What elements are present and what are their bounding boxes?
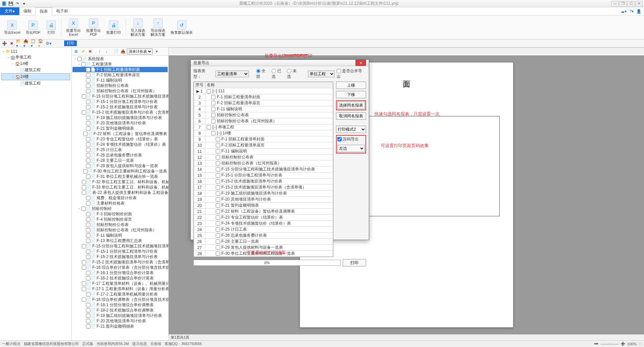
check-icon[interactable]: ✔: [80, 48, 86, 54]
dialog-row[interactable]: 22 F-23 专业工程暂估价（结算价）表: [194, 215, 333, 221]
minimize-button[interactable]: —: [611, 1, 619, 6]
dialog-row[interactable]: 18 F-19 施工组织措施项目清单与计价表: [194, 191, 333, 197]
dialog-row[interactable]: 27 F-29 发包人提供材料与设备一览表: [194, 245, 333, 251]
report-node[interactable]: 📄 F-15-2 技术措施项目清单与计价表（含清单项）: [72, 259, 168, 265]
report-node[interactable]: 📄 招标控制价公布表: [72, 222, 168, 227]
dialog-row[interactable]: 24 F-25 计日工表: [194, 227, 333, 233]
report-node[interactable]: 📄 F-15-2 技术措施项目清单与计价表: [72, 104, 168, 110]
report-node[interactable]: 📄 F-21 暂列金额明细表: [72, 126, 168, 131]
cloud-icon[interactable]: ☁▾: [621, 9, 627, 14]
ribbon-批量导出PDF[interactable]: P批量导出 PDF: [84, 18, 103, 37]
zoom-in-icon[interactable]: ➕: [621, 342, 625, 346]
dropdown-icon[interactable]: ▾: [21, 1, 27, 6]
continuous-checkbox[interactable]: 连码导出: [337, 136, 365, 142]
export-icon[interactable]: 📤: [120, 48, 126, 54]
dialog-row[interactable]: 13 招标控制价公布表（红河州报表）: [194, 160, 333, 166]
help-icon[interactable]: ?▾: [629, 9, 634, 14]
dialog-row[interactable]: 15 F-15-1 分部分项工程清单与计价表: [194, 172, 333, 179]
dialog-type-select[interactable]: 工程量清单: [215, 71, 249, 77]
report-node[interactable]: 📄 F-29 发包人提供材料与设备一览表: [72, 163, 168, 168]
zoom-out-icon[interactable]: ➖: [594, 342, 599, 346]
dialog-row[interactable]: 23 F-24 专项技术措施暂估价（结算价）表: [194, 221, 333, 227]
file-menu[interactable]: 文件 ▾: [0, 7, 19, 15]
tree-item[interactable]: −🏠1#楼: [1, 61, 70, 67]
report-node[interactable]: 📄 规费、税金项目计价表: [72, 195, 168, 201]
dialog-row[interactable]: 20 F-21 暂列金额明细表: [194, 203, 333, 209]
ribbon-恢复默认报表[interactable]: ↺恢复默认报表: [169, 20, 195, 35]
down-icon[interactable]: ↓: [104, 48, 110, 54]
gear-icon[interactable]: ⚙▾: [45, 40, 51, 46]
more-icon[interactable]: ▾: [154, 48, 160, 54]
dialog-grid[interactable]: 序号 名称 ▶ 1[−] 1112 F-1 招标工程量清单封面3 F-2 招标工…: [193, 82, 333, 257]
report-node[interactable]: 📄 F-33 单位工程主要工日、材料和设备、机械台: [72, 185, 168, 190]
save-icon[interactable]: 💾: [8, 1, 13, 6]
up-icon[interactable]: ↑: [97, 48, 103, 54]
ribbon-导出报表解决方案[interactable]: ↑导出报表 解决方案: [149, 18, 167, 37]
tree-item[interactable]: 📄建筑工程: [1, 80, 70, 87]
report-node[interactable]: 📄 F-4 招标控制价扉页: [72, 217, 168, 222]
dialog-row[interactable]: 28 F-30 单位工程主要材料和工程设备一览表: [194, 251, 333, 257]
radio-unselected[interactable]: 未选: [287, 68, 300, 80]
dialog-row[interactable]: 3 F-2 招标工程量清单扉页: [194, 100, 333, 106]
tree-item[interactable]: −📁111: [1, 49, 70, 54]
expand-icon[interactable]: ⊞: [73, 48, 79, 54]
dialog-row[interactable]: 25 F-26 总承包服务费计价表: [194, 233, 333, 239]
report-node[interactable]: 📄 F-11 编制说明: [72, 78, 168, 83]
dialog-row[interactable]: 8 [−] 1#楼: [194, 130, 333, 136]
report-node[interactable]: 📄 招标控制价公布表: [72, 83, 168, 88]
remove-icon[interactable]: ✖: [87, 48, 93, 54]
position-select[interactable]: 左边: [337, 145, 365, 152]
dialog-row[interactable]: 7[−] 单项工程: [194, 124, 333, 130]
close-button[interactable]: ✕: [635, 1, 643, 6]
tab-report[interactable]: 报表: [35, 7, 52, 15]
report-node[interactable]: 📄 F-1 招标工程量清单封面: [72, 67, 168, 72]
report-tree[interactable]: −📄 系统报表−📄 工程量清单📄 F-1 招标工程量清单封面📄 F-2 招标工程…: [72, 55, 168, 340]
user-icon[interactable]: 👤: [636, 9, 641, 14]
ribbon-批量打印[interactable]: 🖨批量打印: [104, 20, 123, 35]
dialog-row[interactable]: 12 招标控制价公布表: [194, 154, 333, 160]
report-node[interactable]: 📄 F-30 单位工程主要材料和工程设备一览表: [72, 168, 168, 174]
report-node[interactable]: 📄 F-24 专项技术措施暂估价（结算价）表: [72, 142, 168, 147]
report-node[interactable]: 📄 F-31 单位工程主要机械台班一览表: [72, 174, 168, 179]
ribbon-导出PDF[interactable]: P导出PDF: [24, 20, 42, 35]
report-node[interactable]: 📄 F-15 分部分项工程和施工技术措施项目清单与: [72, 243, 168, 249]
report-node[interactable]: 📄 F-32 单位工程主要工日、材料和设备、机械台: [72, 179, 168, 185]
report-node[interactable]: 📄 F-17-2 工程量清单机械用量分析表: [72, 292, 168, 297]
report-node[interactable]: 📄 F-21 暂列金额明细表: [72, 324, 168, 329]
move-up-button[interactable]: 上移: [336, 82, 366, 89]
report-node[interactable]: 📄 招标控制价公布表（红河州报表）: [72, 227, 168, 233]
report-node[interactable]: 📄 F-15-2 技术措施项目清单与计价表（含清单项）: [72, 110, 168, 115]
tab-compile[interactable]: 编制: [19, 7, 35, 15]
dialog-row[interactable]: 17 F-15-2 技术措施项目清单与计价表（含清单项）: [194, 185, 333, 191]
dialog-close-button[interactable]: ✕: [355, 60, 366, 66]
delete-icon[interactable]: ✖: [9, 40, 15, 46]
select-same-button[interactable]: 选择同名报表: [337, 102, 365, 109]
dialog-unit-select[interactable]: 单位工程: [308, 71, 335, 77]
tool-icon[interactable]: 📂▾: [16, 40, 22, 46]
report-node[interactable]: 📄 F-16-2 技术措施综合单价计算表: [72, 275, 168, 281]
report-node[interactable]: 📄 F-15-2 技术措施项目清单与计价表: [72, 254, 168, 259]
dialog-row[interactable]: 14 F-15 分部分项工程和施工技术措施项目清单与计价表: [194, 166, 333, 172]
dialog-row[interactable]: 6 招标控制价公布表（红河州报表）: [194, 118, 333, 124]
dialog-title-bar[interactable]: 批量导出 ✕: [191, 60, 369, 66]
dialog-row[interactable]: 4 F-11 编制说明: [194, 106, 333, 112]
dialog-row[interactable]: 26 F-28 主要工日一览表: [194, 239, 333, 245]
report-node[interactable]: 📄 F-25 计日工表: [72, 147, 168, 152]
dialog-row[interactable]: 2 F-1 招标工程量清单封面: [194, 94, 333, 100]
import-icon[interactable]: 📥▾: [23, 40, 29, 46]
dialog-row[interactable]: 9 F-1 招标工程量清单封面: [194, 136, 333, 142]
report-type-select[interactable]: 清单计价表: [127, 48, 153, 54]
report-node[interactable]: 📄 F-18 综合单价调整表（含分部分项及技术措施）: [72, 297, 168, 302]
radio-selected[interactable]: 已选: [272, 68, 285, 80]
radio-all[interactable]: 全部: [256, 68, 270, 80]
home-icon[interactable]: 🏠▾: [38, 40, 44, 46]
report-node[interactable]: 📄 F-20 其他项目清单与计价表: [72, 120, 168, 126]
paste-icon[interactable]: 📋▾: [31, 40, 37, 46]
report-node[interactable]: 📄 F-15-1 分部分项工程清单与计价表: [72, 249, 168, 254]
add-icon[interactable]: ➕: [1, 40, 7, 46]
report-node[interactable]: 📄 F-18-1 分部分项综合单价调整表: [72, 302, 168, 308]
ribbon-导入报表解决方案[interactable]: ↓导入报表 解决方案: [129, 18, 147, 37]
report-node[interactable]: 📄 F-22 材料（工程设备）暂估单价及调整表: [72, 131, 168, 136]
report-node[interactable]: 📄 F-19 施工组织措施项目清单与计价表: [72, 115, 168, 120]
dialog-print-button[interactable]: 打印: [343, 259, 366, 266]
